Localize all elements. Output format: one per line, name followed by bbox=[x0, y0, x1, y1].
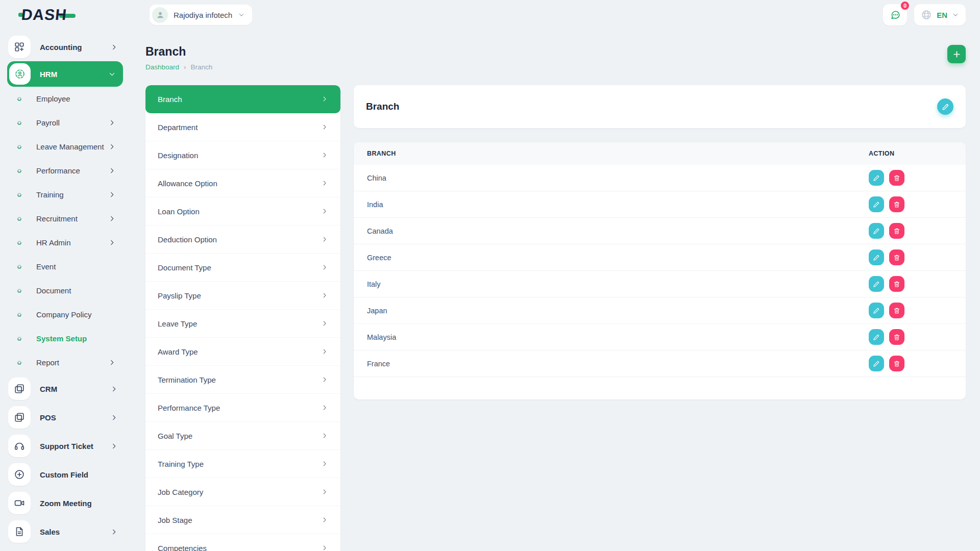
company-dropdown[interactable]: Rajodiya infotech bbox=[150, 5, 252, 25]
sidebar-item[interactable]: Employee bbox=[0, 87, 130, 111]
chevron-icon bbox=[108, 95, 116, 103]
setup-menu-item[interactable]: Award Type bbox=[145, 338, 340, 366]
chevron-down-icon bbox=[108, 70, 116, 78]
sidebar-item[interactable]: Event bbox=[0, 255, 130, 279]
setup-menu-item[interactable]: Deduction Option bbox=[145, 226, 340, 254]
dot-icon bbox=[16, 239, 23, 246]
breadcrumb-dashboard-link[interactable]: Dashboard bbox=[145, 63, 179, 71]
trash-icon bbox=[893, 281, 900, 288]
delete-button[interactable] bbox=[889, 276, 904, 292]
delete-button[interactable] bbox=[889, 170, 904, 186]
sidebar-item[interactable]: Recruitment bbox=[0, 207, 130, 231]
delete-button[interactable] bbox=[889, 303, 904, 318]
delete-button[interactable] bbox=[889, 356, 904, 371]
logo-text: DASH bbox=[20, 6, 68, 23]
branch-name-cell: Malaysia bbox=[354, 333, 869, 341]
trash-icon bbox=[893, 254, 900, 261]
chevron-right-icon bbox=[110, 43, 118, 51]
sidebar-item[interactable]: Leave Management bbox=[0, 135, 130, 159]
setup-menu-item[interactable]: Performance Type bbox=[145, 394, 340, 422]
setup-menu-item[interactable]: Leave Type bbox=[145, 310, 340, 338]
branch-name-cell: India bbox=[354, 201, 869, 209]
setup-menu-item[interactable]: Termination Type bbox=[145, 366, 340, 394]
edit-button[interactable] bbox=[869, 196, 884, 212]
chevron-icon bbox=[110, 471, 118, 479]
support-icon bbox=[8, 435, 31, 457]
setup-menu-item[interactable]: Job Category bbox=[145, 478, 340, 506]
edit-button[interactable] bbox=[869, 170, 884, 186]
pencil-icon bbox=[873, 334, 880, 341]
avatar bbox=[152, 7, 168, 23]
edit-button[interactable] bbox=[869, 329, 884, 345]
chevron-right-icon bbox=[321, 404, 328, 411]
app-logo[interactable]: DASH bbox=[21, 6, 76, 23]
setup-menu-item[interactable]: Payslip Type bbox=[145, 282, 340, 310]
edit-button[interactable] bbox=[869, 223, 884, 239]
delete-button[interactable] bbox=[889, 196, 904, 212]
sidebar-item[interactable]: Accounting bbox=[0, 33, 130, 61]
sidebar-item[interactable]: POS bbox=[0, 403, 130, 432]
chevron-icon bbox=[108, 287, 116, 294]
sidebar-item[interactable]: Report bbox=[0, 350, 130, 374]
setup-menu-item[interactable]: Goal Type bbox=[145, 422, 340, 450]
delete-button[interactable] bbox=[889, 329, 904, 345]
language-selector[interactable]: EN bbox=[914, 4, 966, 26]
edit-button[interactable] bbox=[869, 303, 884, 318]
add-branch-button[interactable] bbox=[947, 45, 966, 63]
sidebar-item[interactable]: HRM bbox=[7, 61, 123, 87]
branch-name-cell: Japan bbox=[354, 307, 869, 315]
edit-button[interactable] bbox=[869, 356, 884, 371]
hrm-icon bbox=[9, 63, 31, 85]
sidebar-item[interactable]: Performance bbox=[0, 159, 130, 183]
setup-menu-item[interactable]: Job Stage bbox=[145, 506, 340, 534]
sidebar-item[interactable]: Support Ticket bbox=[0, 432, 130, 460]
sidebar-item[interactable]: Payroll bbox=[0, 111, 130, 135]
delete-button[interactable] bbox=[889, 249, 904, 265]
sidebar-item-label: Event bbox=[36, 262, 56, 271]
setup-menu-item[interactable]: Loan Option bbox=[145, 197, 340, 226]
branch-name-cell: Italy bbox=[354, 280, 869, 288]
setup-menu-item[interactable]: Competencies bbox=[145, 534, 340, 551]
sidebar-item[interactable]: Training bbox=[0, 183, 130, 207]
setup-menu-item[interactable]: Department bbox=[145, 113, 340, 141]
pencil-icon bbox=[873, 281, 880, 288]
setup-menu-item[interactable]: Training Type bbox=[145, 450, 340, 478]
pencil-icon bbox=[942, 103, 949, 111]
chevron-right-icon bbox=[108, 167, 116, 174]
sidebar-item[interactable]: Custom Field bbox=[0, 460, 130, 489]
sidebar-item-label: Accounting bbox=[40, 43, 82, 52]
edit-button[interactable] bbox=[869, 249, 884, 265]
pencil-icon bbox=[873, 228, 880, 235]
setup-menu-item-label: Designation bbox=[158, 151, 198, 160]
chevron-right-icon bbox=[321, 516, 328, 523]
table-row: Greece bbox=[354, 244, 966, 271]
messages-button[interactable]: 0 bbox=[883, 4, 907, 26]
panel-edit-button[interactable] bbox=[937, 98, 953, 115]
chevron-right-icon bbox=[110, 385, 118, 393]
accounting-icon bbox=[8, 36, 31, 58]
table-row: Italy bbox=[354, 271, 966, 297]
setup-menu-item[interactable]: Document Type bbox=[145, 254, 340, 282]
sidebar-item-label: Document bbox=[36, 286, 71, 295]
chevron-right-icon bbox=[321, 123, 328, 131]
delete-button[interactable] bbox=[889, 223, 904, 239]
edit-button[interactable] bbox=[869, 276, 884, 292]
sidebar-item[interactable]: Company Policy bbox=[0, 303, 130, 327]
chevron-right-icon bbox=[321, 488, 328, 495]
sidebar-item[interactable]: System Setup bbox=[0, 327, 130, 350]
row-actions bbox=[869, 329, 966, 345]
setup-menu-item-label: Allowance Option bbox=[158, 179, 217, 188]
chevron-icon bbox=[108, 311, 116, 318]
setup-menu-item[interactable]: Branch bbox=[145, 85, 340, 113]
sidebar-item[interactable]: Zoom Meeting bbox=[0, 489, 130, 517]
sidebar-item-label: Employee bbox=[36, 94, 70, 103]
sidebar-item[interactable]: Document bbox=[0, 279, 130, 303]
chevron-right-icon bbox=[110, 528, 118, 536]
dot-icon bbox=[16, 95, 23, 103]
sidebar-item[interactable]: HR Admin bbox=[0, 231, 130, 255]
row-actions bbox=[869, 303, 966, 318]
setup-menu-item[interactable]: Designation bbox=[145, 141, 340, 169]
sidebar-item[interactable]: Sales bbox=[0, 517, 130, 546]
sidebar-item[interactable]: CRM bbox=[0, 374, 130, 403]
setup-menu-item[interactable]: Allowance Option bbox=[145, 169, 340, 197]
